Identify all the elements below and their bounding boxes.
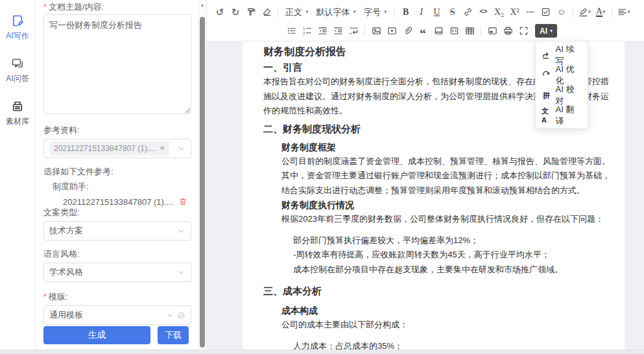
- bullet-list-icon[interactable]: [284, 23, 298, 38]
- write-icon: [11, 14, 24, 30]
- file-row: 2021122715133847807 (1)....: [63, 196, 191, 207]
- font-color-button[interactable]: A▾: [593, 5, 608, 19]
- template-label: *模版:: [43, 292, 191, 302]
- code-block-icon[interactable]: [447, 23, 461, 38]
- sidebar-item-material-library[interactable]: 素材库: [6, 100, 29, 126]
- paragraph-style-select[interactable]: 正文▾: [282, 5, 312, 19]
- editor-toolbar: ↺↻正文▾默认字体▾字号▾BIUS<>X₂X²☺▾A▾▾ 1.2.“AI▾: [207, 0, 644, 41]
- required-mark: *: [43, 292, 47, 301]
- strikethrough-button[interactable]: S: [446, 5, 460, 19]
- font-family-select[interactable]: 默认字体▾: [313, 5, 360, 19]
- attachment-icon[interactable]: [400, 23, 414, 38]
- topic-textarea[interactable]: 写一份财务制度分析报告: [43, 14, 191, 114]
- print-icon[interactable]: [501, 23, 515, 38]
- chevron-down-icon: [177, 268, 185, 277]
- chevron-down-icon: [177, 227, 185, 235]
- doc-type-label: 文案类型:: [43, 207, 191, 218]
- doc-heading: 财务制度框架: [281, 140, 605, 154]
- align-icon[interactable]: ▾: [616, 5, 632, 19]
- highlight-color-icon[interactable]: ▾: [577, 5, 593, 19]
- sidebar-item-ai-qa[interactable]: AI问答: [6, 57, 29, 83]
- indent-icon[interactable]: [331, 23, 345, 38]
- format-painter-icon[interactable]: [244, 5, 258, 19]
- doc-type-select[interactable]: 技术方案: [43, 221, 191, 241]
- doc-paragraph: 公司的成本主要由以下部分构成：: [281, 318, 605, 333]
- caret-down-icon: ▾: [627, 9, 630, 15]
- delete-file-icon[interactable]: [178, 197, 187, 206]
- caret-down-icon: ▾: [550, 29, 553, 34]
- ai-continue-item[interactable]: AI 续写: [536, 45, 588, 65]
- link-icon[interactable]: [461, 5, 475, 19]
- video-icon[interactable]: [385, 23, 399, 38]
- scrollbar-thumb[interactable]: [200, 17, 205, 348]
- bottom-strip: [0, 349, 644, 354]
- panel-scrollbar[interactable]: ▲: [198, 0, 206, 350]
- topic-label: *文档主题/内容:: [43, 3, 191, 12]
- emoji-icon[interactable]: ☺: [555, 5, 569, 19]
- doc-paragraph: 公司目前的制度涵盖了资金管理、成本控制、预算管理、核算与报告、风险管理等方面。其…: [281, 154, 605, 198]
- reference-label: 参考资料:: [43, 125, 191, 136]
- task-list-icon[interactable]: [539, 5, 553, 19]
- reference-tag-text: 2021122715133847807 (1)....: [54, 144, 156, 153]
- reference-select[interactable]: 2021122715133847807 (1).... ×: [43, 139, 191, 158]
- table-icon[interactable]: [462, 23, 477, 38]
- ai-proofread-item[interactable]: 拼AI 校对: [536, 85, 588, 105]
- ai-translate-item[interactable]: 文AAI 翻译: [536, 105, 588, 125]
- italic-button[interactable]: I: [414, 5, 429, 19]
- caret-down-icon: ▾: [588, 9, 591, 15]
- doc-heading: 成本构成: [281, 303, 605, 318]
- file-group-label: 制度助手:: [53, 182, 191, 192]
- translate-icon: 文A: [542, 106, 551, 124]
- toolbar-separator: [364, 26, 365, 36]
- underline-button[interactable]: U: [430, 5, 444, 19]
- undo-icon[interactable]: ↺: [213, 5, 227, 19]
- chevron-down-icon: [177, 145, 185, 153]
- redo-icon[interactable]: ↻: [228, 5, 243, 19]
- doc-heading: 三、成本分析: [263, 283, 605, 298]
- ai-writing-panel: *文档主题/内容: 写一份财务制度分析报告 参考资料: 202112271513…: [36, 0, 198, 350]
- subscript-button[interactable]: X₂: [492, 5, 507, 19]
- caret-down-icon: ▾: [602, 9, 606, 15]
- sidebar-nav: AI写作AI问答素材库: [0, 0, 36, 350]
- ai-optimize-item[interactable]: AI 优化: [536, 65, 588, 85]
- check-circle-icon: [177, 311, 185, 320]
- reference-tag: 2021122715133847807 (1).... ×: [49, 141, 169, 156]
- bold-button[interactable]: B: [399, 5, 413, 19]
- template-select[interactable]: 通用模板: [43, 305, 191, 325]
- divider-icon[interactable]: [431, 23, 446, 38]
- svg-text:1.: 1.: [303, 27, 305, 30]
- download-button[interactable]: 下载: [158, 326, 189, 344]
- caret-down-icon: ▾: [384, 9, 387, 15]
- proofread-icon: 拼: [542, 91, 551, 100]
- fullscreen-icon[interactable]: [516, 23, 531, 38]
- outdent-icon[interactable]: [315, 23, 329, 38]
- style-select[interactable]: 学术风格: [43, 263, 191, 282]
- ordered-list-icon[interactable]: 1.2.: [300, 23, 314, 38]
- style-label: 语言风格:: [43, 249, 191, 259]
- remove-reference-icon[interactable]: ×: [160, 145, 165, 152]
- sidebar-item-ai-writing[interactable]: AI写作: [6, 14, 29, 40]
- toolbar-separator: [278, 7, 278, 18]
- ai-menu-button[interactable]: AI▾: [535, 24, 557, 38]
- inline-code-icon[interactable]: <>: [477, 5, 491, 19]
- toolbar-separator: [612, 7, 612, 18]
- quote-icon[interactable]: “: [416, 23, 430, 38]
- eraser-icon[interactable]: [259, 5, 274, 19]
- scroll-up-icon[interactable]: ▲: [198, 3, 206, 7]
- generate-button[interactable]: 生成: [43, 326, 150, 344]
- required-mark: *: [43, 2, 47, 12]
- superscript-button[interactable]: X²: [508, 5, 522, 19]
- continue-icon: [542, 51, 551, 60]
- image-icon[interactable]: [369, 23, 383, 38]
- horizontal-rule-icon[interactable]: [523, 5, 538, 19]
- doc-paragraph: 根据2023年前三季度的财务数据，公司整体财务制度执行情况良好，但存在以下问题：: [281, 212, 605, 227]
- embed-icon[interactable]: [485, 23, 499, 38]
- line-break-icon[interactable]: [346, 23, 361, 38]
- qa-icon: [11, 57, 24, 73]
- font-size-select[interactable]: 字号▾: [361, 5, 390, 19]
- chevron-down-icon: [166, 311, 174, 320]
- toolbar-separator: [573, 7, 573, 18]
- toolbar-separator: [394, 7, 395, 18]
- caret-down-icon: ▾: [305, 9, 309, 15]
- toolbar-separator: [481, 26, 481, 36]
